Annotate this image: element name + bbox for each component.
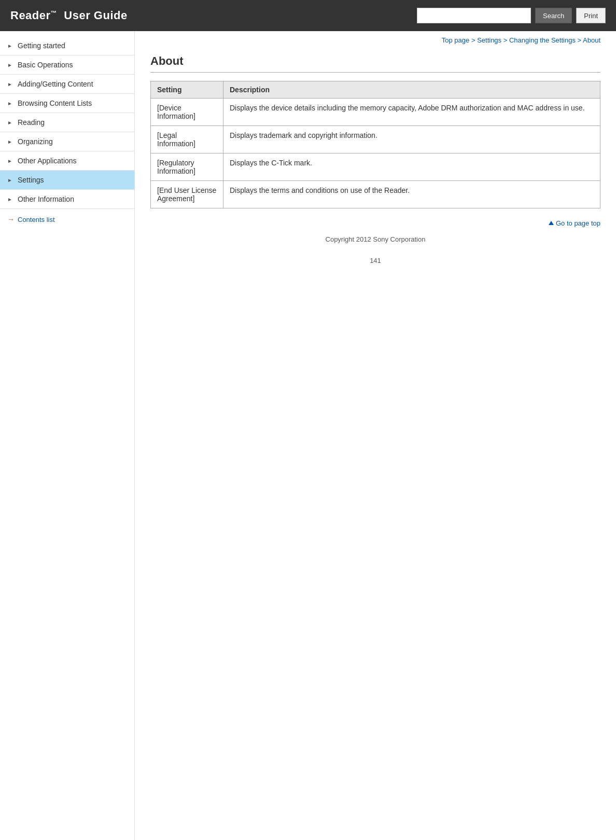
table-cell-setting: [End User License Agreement]	[151, 181, 223, 208]
sidebar-item-reading[interactable]: ► Reading	[0, 113, 134, 132]
sidebar-item-label: Organizing	[18, 137, 53, 146]
sidebar-item-getting-started[interactable]: ► Getting started	[0, 36, 134, 55]
go-to-top-label: Go to page top	[556, 219, 600, 227]
header-controls: Search Print	[417, 8, 606, 23]
sidebar-item-label: Browsing Content Lists	[18, 99, 92, 107]
arrow-icon: ►	[7, 81, 12, 87]
arrow-icon: ►	[7, 62, 12, 67]
footer: Copyright 2012 Sony Corporation	[150, 227, 600, 251]
copyright-text: Copyright 2012 Sony Corporation	[326, 235, 426, 243]
table-cell-setting: [Device Information]	[151, 99, 223, 126]
table-cell-setting: [Legal Information]	[151, 126, 223, 153]
table-header-description: Description	[223, 81, 600, 99]
table-row: [Regulatory Information]Displays the C-T…	[151, 153, 600, 181]
trademark: ™	[51, 9, 58, 17]
table-row: [Legal Information]Displays trademark an…	[151, 126, 600, 153]
sidebar-item-browsing-content-lists[interactable]: ► Browsing Content Lists	[0, 94, 134, 113]
sidebar-item-other-applications[interactable]: ► Other Applications	[0, 151, 134, 171]
sidebar-item-basic-operations[interactable]: ► Basic Operations	[0, 55, 134, 75]
sidebar-item-label: Basic Operations	[18, 61, 73, 69]
title-text: Reader™ User Guide	[10, 9, 128, 22]
sidebar-item-label: Other Applications	[18, 157, 77, 165]
table-row: [End User License Agreement]Displays the…	[151, 181, 600, 208]
print-button[interactable]: Print	[576, 8, 606, 23]
go-to-top[interactable]: Go to page top	[150, 219, 600, 227]
arrow-icon: ►	[7, 177, 12, 183]
sidebar-item-settings[interactable]: ► Settings	[0, 171, 134, 190]
app-title: Reader™ User Guide	[10, 9, 128, 22]
go-to-top-link[interactable]: Go to page top	[549, 219, 600, 227]
breadcrumb-sep3: >	[578, 36, 583, 44]
page-number: 141	[150, 251, 600, 270]
breadcrumb-settings[interactable]: Settings	[477, 36, 501, 44]
sidebar-item-label: Settings	[18, 176, 44, 184]
table-cell-description: Displays the C-Tick mark.	[223, 153, 600, 181]
contents-list-label: Contents list	[18, 216, 55, 223]
sidebar-item-label: Other Information	[18, 195, 74, 203]
settings-table: Setting Description [Device Information]…	[150, 81, 600, 208]
table-cell-description: Displays the terms and conditions on use…	[223, 181, 600, 208]
triangle-up-icon	[549, 221, 554, 225]
breadcrumb-sep2: >	[503, 36, 509, 44]
breadcrumb-sep1: >	[471, 36, 477, 44]
arrow-icon: ►	[7, 43, 12, 48]
search-input[interactable]	[417, 8, 531, 23]
search-button[interactable]: Search	[535, 8, 572, 23]
table-row: [Device Information]Displays the device …	[151, 99, 600, 126]
header: Reader™ User Guide Search Print	[0, 0, 616, 31]
breadcrumb: Top page > Settings > Changing the Setti…	[150, 31, 600, 49]
sidebar-item-label: Getting started	[18, 41, 65, 50]
breadcrumb-about: About	[583, 36, 600, 44]
sidebar-item-label: Adding/Getting Content	[18, 80, 93, 88]
arrow-icon: ►	[7, 120, 12, 125]
sidebar: ► Getting started ► Basic Operations ► A…	[0, 31, 135, 840]
table-body: [Device Information]Displays the device …	[151, 99, 600, 208]
page-heading: About	[150, 54, 600, 73]
table-cell-description: Displays the device details including th…	[223, 99, 600, 126]
breadcrumb-top-page[interactable]: Top page	[442, 36, 470, 44]
contents-list-link[interactable]: → Contents list	[0, 209, 134, 230]
main-layout: ► Getting started ► Basic Operations ► A…	[0, 31, 616, 840]
table-header-setting: Setting	[151, 81, 223, 99]
sidebar-item-organizing[interactable]: ► Organizing	[0, 132, 134, 151]
main-content: Top page > Settings > Changing the Setti…	[135, 31, 616, 840]
breadcrumb-changing-settings[interactable]: Changing the Settings	[509, 36, 576, 44]
contents-list-arrow-icon: →	[7, 215, 15, 223]
arrow-icon: ►	[7, 158, 12, 163]
table-header-row: Setting Description	[151, 81, 600, 99]
table-cell-setting: [Regulatory Information]	[151, 153, 223, 181]
table-cell-description: Displays trademark and copyright informa…	[223, 126, 600, 153]
sidebar-item-adding-getting-content[interactable]: ► Adding/Getting Content	[0, 75, 134, 94]
arrow-icon: ►	[7, 101, 12, 106]
sidebar-item-label: Reading	[18, 118, 45, 127]
arrow-icon: ►	[7, 197, 12, 202]
sidebar-item-other-information[interactable]: ► Other Information	[0, 190, 134, 209]
arrow-icon: ►	[7, 139, 12, 144]
